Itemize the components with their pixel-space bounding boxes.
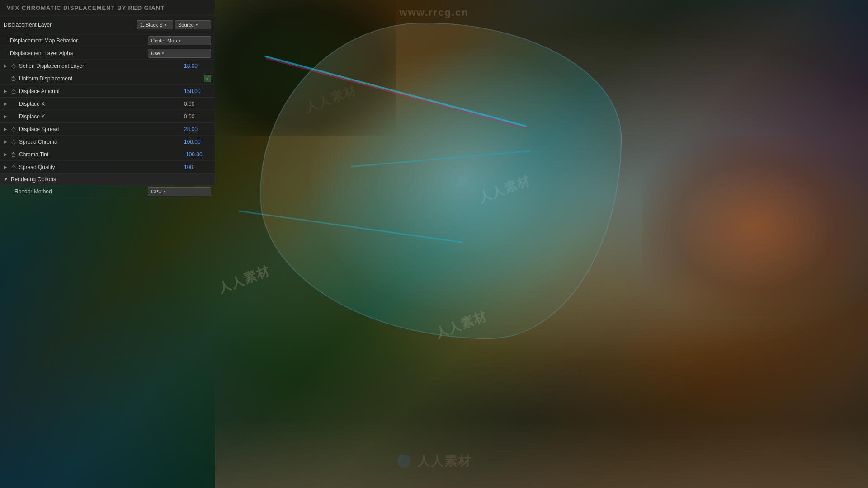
label-spread-chroma: Spread Chroma [19,139,184,145]
stopwatch-displace-y[interactable] [10,113,17,120]
check-mark: ✓ [206,76,209,81]
render-method-dropdown[interactable]: GPU ▾ [148,187,211,196]
displacement-layer-alpha-row: Displacement Layer Alpha Use ▾ [0,47,215,60]
source-dropdown[interactable]: Source ▾ [175,20,211,29]
expand-spread-chroma[interactable]: ▶ [4,139,10,144]
value-displace-x[interactable]: 0.00 [184,101,211,107]
expand-displace-amount[interactable]: ▶ [4,89,10,94]
svg-line-23 [14,154,14,155]
label-displace-y: Displace Y [19,113,184,120]
params-container: ▶ Soften Displacement Layer18.00 Uniform… [0,60,215,174]
displacement-layer-controls: 1. Black S ▾ Source ▾ [137,20,211,29]
stopwatch-displace-x[interactable] [10,100,17,108]
label-displace-amount: Displace Amount [19,88,184,94]
dropdown-arrow-render: ▾ [164,189,166,194]
ground-area [215,352,868,488]
svg-line-3 [14,66,14,66]
displacement-map-behavior-label: Displacement Map Behavior [10,38,148,44]
param-row-displace-amount: ▶ Displace Amount158.00 [0,85,215,98]
expand-displace-x[interactable]: ▶ [4,101,10,106]
value-chroma-tint[interactable]: -100.00 [184,151,211,158]
expand-chroma-tint[interactable]: ▶ [4,152,10,157]
svg-line-19 [14,141,14,142]
dropdown-arrow-source: ▾ [196,23,198,27]
value-spread-chroma[interactable]: 100.00 [184,139,211,145]
stopwatch-spread-quality[interactable] [10,164,17,171]
label-chroma-tint: Chroma Tint [19,151,184,158]
expand-displace-y[interactable]: ▶ [4,114,10,119]
dropdown-arrow-layer: ▾ [165,23,167,27]
param-row-displace-y: ▶Displace Y0.00 [0,110,215,123]
param-row-uniform-displacement: Uniform Displacement✓ [0,72,215,85]
value-soften-displacement[interactable]: 18.00 [184,63,211,69]
svg-line-27 [14,167,14,168]
label-displace-x: Displace X [19,101,184,107]
value-displace-amount[interactable]: 158.00 [184,88,211,94]
svg-line-11 [14,91,14,92]
value-displace-y[interactable]: 0.00 [184,113,211,120]
stopwatch-displace-amount[interactable] [10,88,17,95]
dropdown-arrow-alpha: ▾ [162,51,164,56]
label-displace-spread: Displace Spread [19,126,184,132]
expand-spread-quality[interactable]: ▶ [4,164,10,169]
label-spread-quality: Spread Quality [19,164,184,170]
stopwatch-uniform-displacement[interactable] [10,75,17,82]
checkbox-uniform-displacement[interactable]: ✓ [204,75,211,82]
stopwatch-chroma-tint[interactable] [10,151,17,158]
panel-title: VFX CHROMATIC DISPLACEMENT BY RED GIANT [0,0,215,15]
param-row-displace-x: ▶Displace X0.00 [0,98,215,110]
displacement-map-behavior-row: Displacement Map Behavior Center Map ▾ [0,34,215,47]
displacement-layer-dropdown[interactable]: 1. Black S ▾ [137,20,173,29]
source-label: Source [178,22,194,28]
displacement-layer-label: Displacement Layer [4,22,137,28]
param-row-soften-displacement: ▶ Soften Displacement Layer18.00 [0,60,215,72]
value-displace-spread[interactable]: 28.00 [184,126,211,132]
rendering-options-label: Rendering Options [11,176,56,183]
render-method-row: Render Method GPU ▾ [0,185,215,198]
label-uniform-displacement: Uniform Displacement [19,75,204,82]
effects-panel: VFX CHROMATIC DISPLACEMENT BY RED GIANT … [0,0,215,181]
displacement-layer-alpha-label: Displacement Layer Alpha [10,50,148,56]
render-method-value: GPU [151,189,162,194]
label-soften-displacement: Soften Displacement Layer [19,63,184,69]
svg-line-7 [14,78,14,79]
displacement-layer-value: 1. Black S [140,22,163,28]
displacement-layer-row: Displacement Layer 1. Black S ▾ Source ▾ [0,15,215,34]
expand-soften-displacement[interactable]: ▶ [4,63,10,68]
effect-area [215,0,868,488]
stopwatch-displace-spread[interactable] [10,126,17,133]
rendering-options-section: ▼ Rendering Options [0,174,215,185]
displacement-layer-alpha-value: Use [151,51,160,56]
svg-line-15 [14,129,14,130]
value-spread-quality[interactable]: 100 [184,164,211,170]
param-row-spread-quality: ▶ Spread Quality100 [0,161,215,174]
displacement-layer-alpha-dropdown[interactable]: Use ▾ [148,49,211,58]
stopwatch-soften-displacement[interactable] [10,62,17,70]
expand-displace-spread[interactable]: ▶ [4,127,10,131]
param-row-spread-chroma: ▶ Spread Chroma100.00 [0,136,215,148]
stopwatch-spread-chroma[interactable] [10,138,17,145]
rendering-options-expand[interactable]: ▼ [4,177,8,182]
dropdown-arrow-map: ▾ [179,38,181,43]
param-row-chroma-tint: ▶ Chroma Tint-100.00 [0,148,215,161]
warm-area [642,136,868,316]
param-row-displace-spread: ▶ Displace Spread28.00 [0,123,215,136]
render-method-label: Render Method [14,188,148,195]
displacement-map-behavior-value: Center Map [151,38,177,43]
displacement-map-behavior-dropdown[interactable]: Center Map ▾ [148,36,211,45]
